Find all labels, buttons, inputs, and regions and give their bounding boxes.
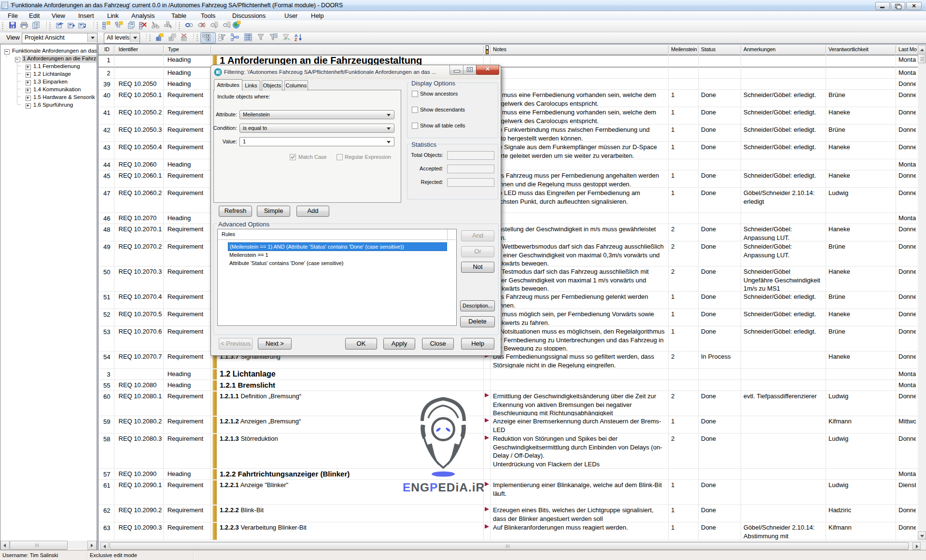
- svg-text:ENGPEDiA.iR: ENGPEDiA.iR: [403, 481, 485, 494]
- svg-text:Z: Z: [295, 37, 297, 42]
